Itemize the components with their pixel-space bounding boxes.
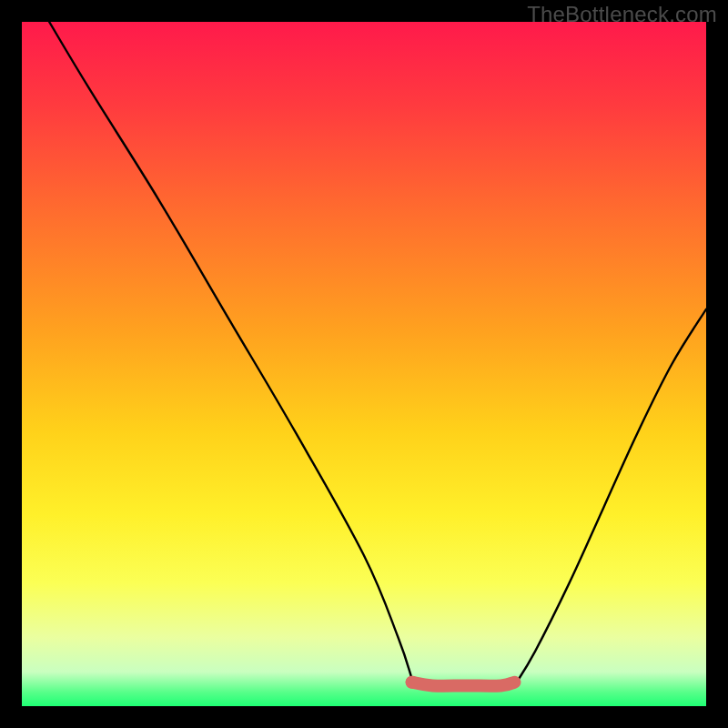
chart-frame: TheBottleneck.com bbox=[0, 0, 728, 728]
chart-svg bbox=[22, 22, 706, 706]
marker-segment bbox=[412, 682, 515, 686]
watermark-text: TheBottleneck.com bbox=[527, 2, 717, 27]
right-curve bbox=[514, 309, 706, 686]
left-curve bbox=[49, 22, 412, 679]
plot-area bbox=[22, 22, 706, 706]
